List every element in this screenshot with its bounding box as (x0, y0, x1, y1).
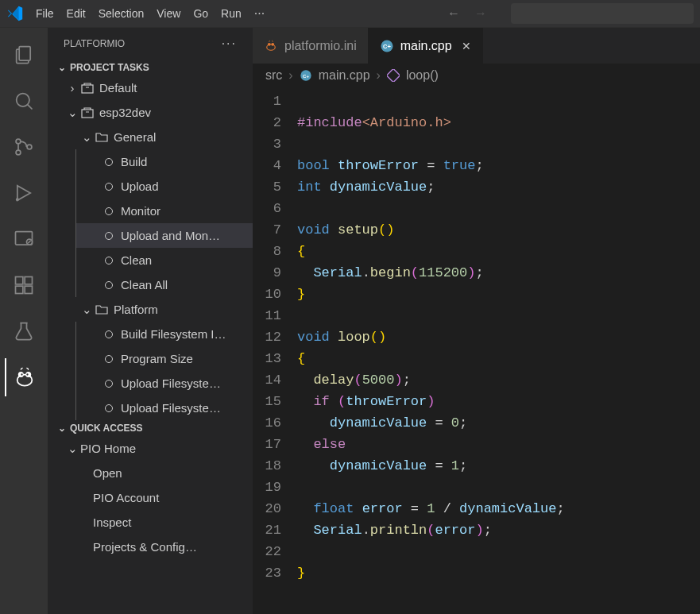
task-env-esp32dev[interactable]: ⌄ esp32dev (52, 100, 253, 125)
chevron-down-icon: ⌄ (80, 303, 93, 317)
bullet-icon (105, 355, 113, 363)
source-control-icon[interactable] (5, 128, 43, 166)
explorer-icon[interactable] (5, 36, 43, 74)
platformio-file-icon (264, 39, 278, 53)
task-upload-and-monitor[interactable]: Upload and Mon… (76, 223, 253, 248)
pio-open[interactable]: Open (64, 461, 253, 485)
svg-rect-0 (19, 47, 30, 61)
svg-line-2 (28, 105, 33, 110)
editor-region: platformio.ini C+ main.cpp ✕ src › C+ ma… (253, 28, 700, 614)
pio-home-group[interactable]: ⌄ PIO Home (52, 436, 253, 461)
svg-point-18 (26, 373, 28, 375)
nav-forward-icon[interactable]: → (474, 6, 487, 21)
svg-rect-13 (25, 277, 32, 284)
svg-point-5 (27, 145, 32, 149)
sidebar-title: PLATFORMIO (64, 38, 125, 49)
nav-back-icon[interactable]: ← (447, 6, 460, 21)
menu-bar: File Edit Selection View Go Run ··· (36, 6, 265, 21)
title-bar: File Edit Selection View Go Run ··· ← → (0, 0, 700, 28)
menu-run[interactable]: Run (221, 7, 242, 20)
svg-rect-19 (82, 85, 93, 93)
project-icon (80, 83, 95, 94)
bullet-icon (105, 281, 113, 289)
svg-rect-20 (82, 110, 93, 118)
task-clean-all[interactable]: Clean All (76, 272, 253, 297)
extensions-icon[interactable] (5, 266, 43, 304)
cpp-file-icon: C+ (300, 69, 312, 82)
task-build[interactable]: Build (76, 149, 253, 174)
svg-rect-12 (25, 286, 32, 293)
bullet-icon (105, 380, 113, 388)
svg-point-6 (17, 199, 18, 200)
task-clean[interactable]: Clean (76, 248, 253, 272)
project-icon (80, 107, 95, 118)
svg-point-1 (17, 94, 29, 106)
svg-rect-10 (16, 277, 23, 284)
svg-point-17 (21, 373, 22, 375)
activity-bar (0, 28, 48, 614)
svg-point-16 (17, 375, 33, 386)
section-project-tasks[interactable]: ⌄ PROJECT TASKS (48, 60, 253, 75)
tab-platformio-ini[interactable]: platformio.ini (253, 28, 369, 64)
bullet-icon (105, 158, 113, 166)
menu-go[interactable]: Go (193, 7, 208, 20)
menu-edit[interactable]: Edit (67, 7, 86, 20)
breadcrumb-symbol[interactable]: loop() (406, 68, 439, 83)
task-upload[interactable]: Upload (76, 174, 253, 199)
cpp-file-icon: C+ (380, 39, 394, 53)
pio-inspect[interactable]: Inspect (64, 510, 253, 535)
svg-point-4 (16, 150, 21, 155)
search-icon[interactable] (5, 82, 43, 120)
folder-icon (95, 132, 109, 142)
menu-view[interactable]: View (157, 7, 180, 20)
breadcrumb-folder[interactable]: src (265, 68, 282, 83)
svg-rect-28 (387, 69, 400, 82)
task-group-platform[interactable]: ⌄ Platform (52, 297, 253, 322)
task-build-filesystem[interactable]: Build Filesystem I… (76, 322, 253, 346)
bullet-icon (105, 232, 113, 240)
chevron-right-icon: › (288, 68, 292, 83)
line-numbers: 1234567891011121314151617181920212223 (253, 87, 297, 614)
folder-icon (95, 304, 109, 315)
task-program-size[interactable]: Program Size (76, 346, 253, 371)
chevron-down-icon: ⌄ (66, 442, 79, 456)
bullet-icon (105, 330, 113, 338)
testing-icon[interactable] (5, 312, 43, 350)
task-upload-filesystem-2[interactable]: Upload Filesyste… (76, 396, 253, 420)
pio-account[interactable]: PIO Account (64, 485, 253, 510)
breadcrumb[interactable]: src › C+ main.cpp › loop() (253, 64, 700, 87)
chevron-right-icon: › (66, 81, 79, 95)
chevron-right-icon: › (377, 68, 381, 83)
task-monitor[interactable]: Monitor (76, 199, 253, 223)
symbol-icon (387, 69, 400, 82)
menu-selection[interactable]: Selection (99, 7, 145, 20)
chevron-down-icon: ⌄ (56, 423, 68, 434)
svg-text:C+: C+ (303, 74, 309, 79)
bullet-icon (105, 257, 113, 265)
remote-icon[interactable] (5, 220, 43, 258)
svg-text:C+: C+ (383, 43, 391, 50)
menu-file[interactable]: File (36, 7, 54, 20)
sidebar-more-icon[interactable]: ··· (222, 37, 237, 51)
tab-close-icon[interactable]: ✕ (462, 40, 471, 52)
editor-tabs: platformio.ini C+ main.cpp ✕ (253, 28, 700, 64)
section-quick-access[interactable]: ⌄ QUICK ACCESS (48, 420, 253, 436)
breadcrumb-file[interactable]: main.cpp (319, 68, 370, 83)
task-upload-filesystem-1[interactable]: Upload Filesyste… (76, 371, 253, 396)
chevron-down-icon: ⌄ (56, 62, 68, 73)
command-center-search[interactable] (511, 3, 694, 24)
task-env-default[interactable]: › Default (52, 75, 253, 100)
svg-point-3 (16, 139, 21, 144)
code-editor[interactable]: 1234567891011121314151617181920212223 #i… (253, 87, 700, 614)
pio-projects-config[interactable]: Projects & Config… (64, 535, 253, 559)
platformio-icon[interactable] (5, 358, 43, 396)
vscode-logo-icon (6, 5, 24, 22)
code-content[interactable]: #include<Arduino.h> bool throwError = tr… (297, 87, 700, 614)
bullet-icon (105, 207, 113, 215)
menu-overflow-icon[interactable]: ··· (254, 6, 265, 21)
svg-rect-11 (16, 286, 23, 293)
run-debug-icon[interactable] (5, 174, 43, 212)
task-group-general[interactable]: ⌄ General (52, 125, 253, 149)
tab-main-cpp[interactable]: C+ main.cpp ✕ (369, 28, 483, 64)
bullet-icon (105, 183, 113, 191)
